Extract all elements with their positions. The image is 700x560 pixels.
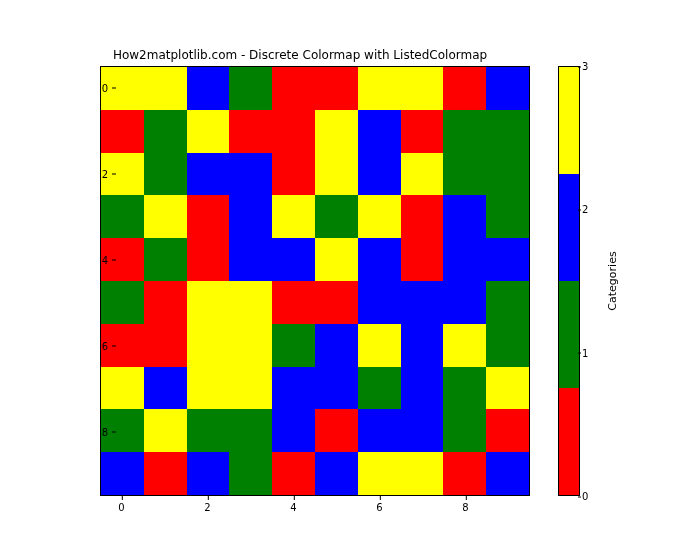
heatmap-cell [144,452,187,495]
heatmap-cell [187,110,230,153]
heatmap-cell [401,324,444,367]
heatmap-cell [272,238,315,281]
heatmap-cell [443,67,486,110]
colorbar-segment [559,174,579,281]
x-tick: 4 [290,502,296,513]
heatmap-cell [358,67,401,110]
heatmap-cell [229,153,272,196]
heatmap-cell [358,153,401,196]
heatmap-cell [272,409,315,452]
heatmap-cell [229,324,272,367]
colorbar-tick: 2 [582,204,588,215]
colorbar-tick: 1 [582,347,588,358]
heatmap-cell [486,195,529,238]
heatmap-cell [486,110,529,153]
heatmap-cell [229,409,272,452]
heatmap-cell [187,409,230,452]
heatmap-cell [443,281,486,324]
heatmap-cell [315,153,358,196]
heatmap-cell [401,195,444,238]
heatmap-cell [101,195,144,238]
heatmap-cell [401,153,444,196]
heatmap-cell [486,452,529,495]
heatmap-cell [187,367,230,410]
chart-title: How2matplotlib.com - Discrete Colormap w… [0,48,600,62]
heatmap-cell [272,324,315,367]
heatmap-cell [315,110,358,153]
colorbar-segment [559,388,579,495]
heatmap-cell [401,409,444,452]
heatmap-cell [187,238,230,281]
heatmap-cell [101,452,144,495]
heatmap-cell [187,153,230,196]
heatmap-cell [229,281,272,324]
heatmap-cell [101,110,144,153]
heatmap-cell [272,367,315,410]
heatmap-cell [315,324,358,367]
heatmap-cell [315,67,358,110]
colorbar-segment [559,67,579,174]
heatmap-cell [272,452,315,495]
heatmap-cell [187,281,230,324]
heatmap-cell [272,195,315,238]
heatmap-cell [229,367,272,410]
heatmap-cell [443,238,486,281]
y-tick: 0 [88,82,108,93]
heatmap-cell [187,324,230,367]
heatmap-cell [315,409,358,452]
y-tick: 2 [88,168,108,179]
colorbar [558,66,580,496]
heatmap-cell [443,110,486,153]
heatmap-cell [229,195,272,238]
heatmap-cell [358,281,401,324]
heatmap-cell [401,67,444,110]
heatmap-cell [144,281,187,324]
y-tick: 6 [88,340,108,351]
heatmap-cell [144,409,187,452]
x-tick: 8 [462,502,468,513]
heatmap-cell [229,67,272,110]
heatmap-cell [315,452,358,495]
heatmap-cell [486,324,529,367]
heatmap-cell [358,324,401,367]
heatmap-cell [144,195,187,238]
colorbar-segment [559,281,579,388]
heatmap-cell [187,452,230,495]
heatmap-cell [229,452,272,495]
heatmap-cell [401,110,444,153]
heatmap-cell [401,281,444,324]
colorbar-tick: 3 [582,61,588,72]
heatmap-cell [358,452,401,495]
heatmap-cell [358,238,401,281]
x-tick: 2 [204,502,210,513]
heatmap-cell [443,324,486,367]
heatmap-cell [315,238,358,281]
x-tick: 6 [376,502,382,513]
heatmap-cell [272,67,315,110]
heatmap-cell [101,367,144,410]
y-tick: 4 [88,254,108,265]
heatmap-cell [272,153,315,196]
heatmap-cell [187,67,230,110]
heatmap-cell [486,281,529,324]
colorbar-label: Categories [606,251,619,310]
heatmap-cell [144,367,187,410]
heatmap-axes [100,66,530,496]
x-tick: 0 [118,502,124,513]
heatmap-cell [486,153,529,196]
heatmap-cell [229,238,272,281]
y-tick: 8 [88,426,108,437]
heatmap-cell [443,452,486,495]
heatmap-cell [144,238,187,281]
heatmap-cell [144,67,187,110]
colorbar-tick: 0 [582,491,588,502]
heatmap-cell [486,367,529,410]
heatmap-cell [486,67,529,110]
heatmap-cell [272,110,315,153]
heatmap-cell [486,409,529,452]
heatmap-cell [187,195,230,238]
heatmap-cell [401,367,444,410]
heatmap-cell [443,195,486,238]
heatmap-cell [401,452,444,495]
heatmap-cell [443,367,486,410]
